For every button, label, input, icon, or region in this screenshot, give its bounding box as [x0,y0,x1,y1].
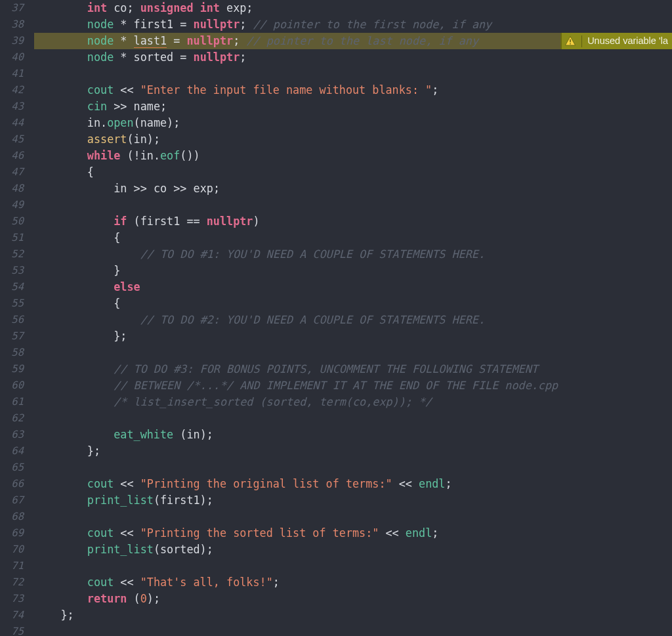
token-sp [114,576,120,589]
code-line[interactable]: cin >> name; [34,98,672,115]
code-line[interactable]: cout << "That's all, folks!"; [34,574,672,591]
code-line[interactable] [34,459,672,476]
token-str: "Enter the input file name without blank… [140,83,432,96]
code-line[interactable]: if (first1 == nullptr) [34,213,672,230]
token-punc: ) [167,116,173,129]
line-number: 38 [0,16,34,33]
token-sp [34,576,87,589]
token-punc: } [87,444,94,457]
token-str: "That's all, folks!" [140,576,273,589]
token-sp [173,18,180,31]
line-number: 70 [0,541,34,558]
code-line[interactable]: assert(in); [34,131,672,148]
line-number: 69 [0,525,34,541]
line-number: 74 [0,607,34,624]
token-type: node [87,51,114,64]
token-punc: ) [147,592,154,605]
token-sp [114,34,120,47]
line-number: 52 [0,246,34,263]
token-id: exp [226,1,246,14]
code-line[interactable] [34,509,672,525]
token-sp [34,428,114,441]
code-line[interactable]: cout << "Printing the original list of t… [34,476,672,492]
line-number: 62 [0,410,34,427]
token-punc: . [100,116,107,129]
code-line[interactable]: cout << "Enter the input file name witho… [34,82,672,98]
code-line[interactable]: int co; unsigned int exp; [34,0,672,16]
token-op: << [399,477,412,490]
line-number: 41 [0,66,34,82]
code-line[interactable]: }; [34,607,672,624]
token-call: print_list [87,543,154,556]
code-line[interactable]: { [34,295,672,312]
code-line[interactable]: while (!in.eof()) [34,148,672,164]
token-sp [120,149,127,162]
code-line[interactable]: cout << "Printing the sorted list of ter… [34,525,672,541]
token-sp [34,379,114,392]
code-line[interactable]: // TO DO #3: FOR BONUS POINTS, UNCOMMENT… [34,361,672,377]
token-sp [34,264,114,277]
token-id: first1 [160,494,200,507]
code-line[interactable]: node * sorted = nullptr; [34,49,672,66]
code-line[interactable]: eat_white (in); [34,427,672,443]
code-line[interactable]: // BETWEEN /*...*/ AND IMPLEMENT IT AT T… [34,377,672,394]
warning-separator [581,35,582,47]
code-line[interactable] [34,410,672,427]
token-sp [127,182,133,195]
code-line[interactable]: in.open(name); [34,115,672,131]
code-line[interactable]: // TO DO #2: YOU'D NEED A COUPLE OF STAT… [34,312,672,328]
line-number: 60 [0,377,34,394]
code-line[interactable]: { [34,230,672,246]
code-line[interactable]: // TO DO #1: YOU'D NEED A COUPLE OF STAT… [34,246,672,263]
token-sp [34,543,87,556]
token-op: ! [134,149,140,162]
code-line[interactable] [34,66,672,82]
code-line[interactable]: node * first1 = nullptr; // pointer to t… [34,16,672,33]
token-null: nullptr [186,34,233,47]
token-sp [399,526,406,540]
token-sp [34,182,114,195]
token-sp [34,526,87,540]
code-line[interactable]: }; [34,328,672,345]
warning-banner[interactable]: Unused variable 'la [560,33,672,49]
token-sp [379,526,385,540]
code-line[interactable]: } [34,263,672,279]
line-number: 63 [0,427,34,443]
token-punc: } [114,329,120,343]
token-punc: ; [240,51,246,64]
token-sp [186,51,193,64]
token-sp [34,1,87,14]
token-sp [34,34,87,47]
code-line[interactable]: else [34,279,672,295]
token-id: in [134,133,147,146]
token-id: name [134,100,160,113]
token-sp [127,18,133,31]
token-op: >> [173,182,186,195]
code-line[interactable]: }; [34,443,672,459]
code-line[interactable] [34,558,672,574]
code-line[interactable] [34,624,672,636]
line-number: 53 [0,263,34,279]
line-number: 73 [0,591,34,607]
line-number: 67 [0,492,34,509]
token-cmt: /* list_insert_sorted (sorted, term(co,e… [114,395,432,408]
token-punc: ; [127,1,133,14]
code-area[interactable]: int co; unsigned int exp; node * first1 … [34,0,672,636]
token-op: = [173,34,180,47]
code-line[interactable]: print_list(sorted); [34,541,672,558]
code-line[interactable]: in >> co >> exp; [34,180,672,197]
token-punc: ; [432,83,438,96]
token-kw: while [87,149,121,162]
code-line[interactable]: print_list(first1); [34,492,672,509]
token-punc: ) [147,133,154,146]
code-line[interactable]: /* list_insert_sorted (sorted, term(co,e… [34,394,672,410]
token-punc: ) [200,543,207,556]
token-sp [34,395,114,408]
code-line[interactable] [34,197,672,213]
code-line[interactable]: { [34,164,672,180]
svg-rect-1 [570,43,571,45]
token-sp [186,18,193,31]
code-editor[interactable]: 3738394041424344454647484950515253545556… [0,0,672,636]
code-line[interactable]: return (0); [34,591,672,607]
code-line[interactable] [34,345,672,361]
